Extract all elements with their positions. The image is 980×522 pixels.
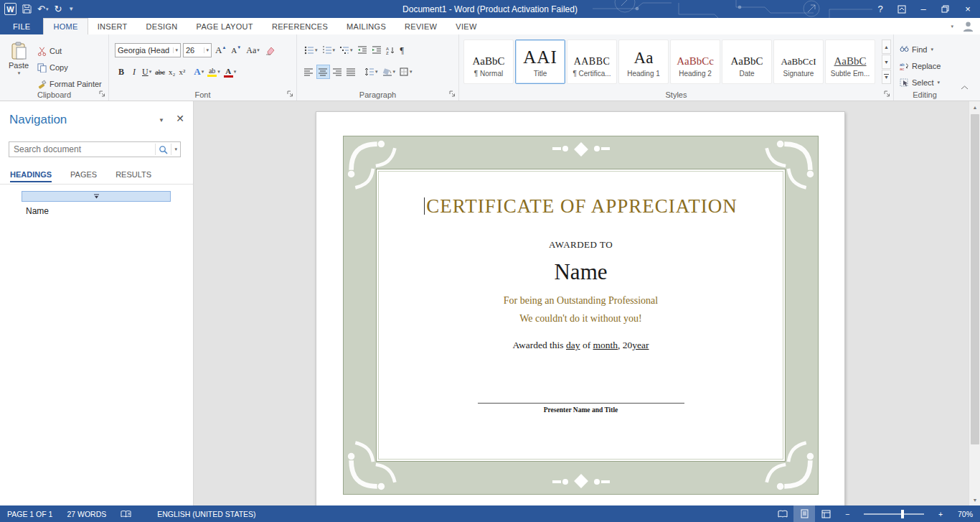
text-effects-dropdown-icon[interactable]: ▾: [202, 69, 204, 75]
tab-design[interactable]: DESIGN: [137, 18, 187, 34]
heading-item-name[interactable]: Name: [26, 206, 49, 216]
search-dropdown-icon[interactable]: ▾: [171, 144, 180, 155]
tab-home[interactable]: HOME: [43, 18, 88, 34]
undo-dropdown-icon[interactable]: ▾: [46, 6, 49, 12]
scroll-down-button[interactable]: ▼: [969, 494, 980, 505]
awarded-to-text[interactable]: AWARDED TO: [375, 239, 786, 251]
print-layout-button[interactable]: [793, 505, 815, 522]
zoom-slider-thumb[interactable]: [901, 510, 904, 518]
italic-button[interactable]: I: [128, 65, 140, 79]
nav-tab-pages[interactable]: PAGES: [70, 170, 97, 182]
read-mode-button[interactable]: [772, 505, 793, 522]
style-subtle-emphasis[interactable]: AaBbCSubtle Em...: [825, 39, 875, 84]
find-dropdown-icon[interactable]: ▾: [930, 47, 933, 52]
document-canvas[interactable]: CERTIFICATE OF APPRECIATION AWARDED TO N…: [194, 101, 969, 505]
zoom-in-button[interactable]: +: [930, 505, 951, 522]
nav-tab-results[interactable]: RESULTS: [116, 170, 151, 182]
day-placeholder[interactable]: day: [566, 340, 580, 350]
font-size-dropdown-icon[interactable]: ▾: [204, 47, 209, 53]
tab-page-layout[interactable]: PAGE LAYOUT: [187, 18, 263, 34]
presenter-text[interactable]: Presenter Name and Title: [375, 406, 786, 414]
select-dropdown-icon[interactable]: ▾: [938, 80, 941, 85]
paste-button[interactable]: Paste ▾: [4, 40, 34, 88]
avatar[interactable]: [962, 20, 974, 32]
multilevel-dropdown-icon[interactable]: ▾: [350, 47, 353, 53]
clear-formatting-button[interactable]: [263, 43, 276, 57]
zoom-out-button[interactable]: −: [837, 505, 858, 522]
save-button[interactable]: [22, 4, 32, 14]
vertical-scrollbar[interactable]: ▲ ▼: [969, 101, 980, 505]
language-indicator[interactable]: ENGLISH (UNITED STATES): [150, 505, 263, 522]
style-normal[interactable]: AaBbC¶ Normal: [463, 39, 514, 84]
close-button[interactable]: ×: [956, 0, 980, 18]
collapse-ribbon-button[interactable]: [961, 85, 969, 90]
ribbon-display-options-button[interactable]: [891, 0, 913, 18]
font-size-combo[interactable]: 26▾: [183, 43, 212, 57]
style-date[interactable]: AaBbCDate: [722, 39, 772, 84]
word-count-indicator[interactable]: 27 WORDS: [60, 505, 113, 522]
proofing-status[interactable]: [113, 505, 138, 522]
scroll-up-button[interactable]: ▲: [969, 101, 980, 113]
align-center-button[interactable]: [316, 65, 330, 79]
shading-dropdown-icon[interactable]: ▾: [393, 69, 396, 75]
change-case-button[interactable]: Aa▾: [245, 43, 261, 57]
bold-button[interactable]: B: [115, 65, 128, 79]
align-left-button[interactable]: [303, 65, 315, 79]
tab-mailings[interactable]: MAILINGS: [337, 18, 395, 34]
select-button[interactable]: Select▾: [900, 76, 940, 89]
document-page[interactable]: CERTIFICATE OF APPRECIATION AWARDED TO N…: [316, 111, 845, 505]
minimize-button[interactable]: –: [913, 0, 934, 18]
selected-heading-bar[interactable]: [22, 191, 171, 202]
style-heading1[interactable]: AaHeading 1: [618, 39, 669, 84]
zoom-level[interactable]: 70%: [951, 510, 980, 518]
style-heading2[interactable]: AaBbCcHeading 2: [670, 39, 720, 84]
text-effects-button[interactable]: A▾: [192, 65, 205, 79]
borders-button[interactable]: ▾: [398, 65, 414, 79]
highlight-dropdown-icon[interactable]: ▾: [217, 69, 220, 75]
page-count-indicator[interactable]: PAGE 1 OF 1: [0, 505, 60, 522]
undo-button[interactable]: ↶▾: [37, 4, 48, 14]
search-input[interactable]: [9, 144, 155, 154]
styles-more-button[interactable]: ▼: [882, 70, 891, 84]
paste-dropdown-icon[interactable]: ▾: [4, 70, 34, 76]
word-app-icon[interactable]: W: [4, 3, 17, 15]
align-right-button[interactable]: [331, 65, 344, 79]
customize-qat-button[interactable]: ▼: [67, 6, 74, 12]
account-dropdown-icon[interactable]: ▾: [951, 24, 953, 29]
navigation-options-dropdown-icon[interactable]: ▼: [159, 117, 164, 123]
year-placeholder[interactable]: year: [632, 340, 649, 350]
redo-button[interactable]: ↻: [54, 4, 62, 14]
shrink-font-button[interactable]: A▼: [230, 43, 242, 57]
grow-font-button[interactable]: A▲: [214, 43, 227, 57]
subtitle-line2[interactable]: We couldn't do it without you!: [375, 313, 786, 325]
justify-button[interactable]: [345, 65, 357, 79]
restore-button[interactable]: [934, 0, 956, 18]
style-certificate[interactable]: AABBC¶ Certifica...: [567, 39, 617, 84]
tab-insert[interactable]: INSERT: [88, 18, 137, 34]
tab-file[interactable]: FILE: [0, 18, 43, 34]
navigation-close-icon[interactable]: ✕: [176, 113, 184, 124]
subtitle-line1[interactable]: For being an Outstanding Professional: [375, 295, 786, 307]
line-spacing-button[interactable]: ▾: [363, 65, 380, 79]
shading-button[interactable]: ▾: [381, 65, 397, 79]
help-button[interactable]: ?: [870, 0, 891, 18]
cut-button[interactable]: Cut: [37, 44, 62, 58]
bullets-dropdown-icon[interactable]: ▾: [315, 47, 318, 53]
strikethrough-button[interactable]: abc: [154, 65, 166, 79]
show-hide-marks-button[interactable]: ¶: [399, 43, 405, 57]
numbering-dropdown-icon[interactable]: ▾: [333, 47, 336, 53]
scrollbar-thumb[interactable]: [971, 114, 979, 444]
zoom-slider[interactable]: [864, 513, 924, 515]
underline-dropdown-icon[interactable]: ▾: [149, 69, 152, 75]
style-signature[interactable]: AaBbCcISignature: [773, 39, 824, 84]
tab-view[interactable]: VIEW: [446, 18, 486, 34]
format-painter-button[interactable]: Format Painter: [37, 77, 102, 91]
font-name-combo[interactable]: Georgia (Head▾: [115, 43, 181, 57]
bullets-button[interactable]: ▾: [303, 43, 319, 57]
tab-review[interactable]: REVIEW: [395, 18, 446, 34]
font-name-dropdown-icon[interactable]: ▾: [173, 47, 178, 53]
awarded-date-line[interactable]: Awarded this day of month, 20year: [375, 340, 786, 351]
font-dialog-launcher[interactable]: [286, 90, 294, 98]
styles-dialog-launcher[interactable]: [883, 90, 891, 98]
certificate-title[interactable]: CERTIFICATE OF APPRECIATION: [375, 195, 786, 218]
